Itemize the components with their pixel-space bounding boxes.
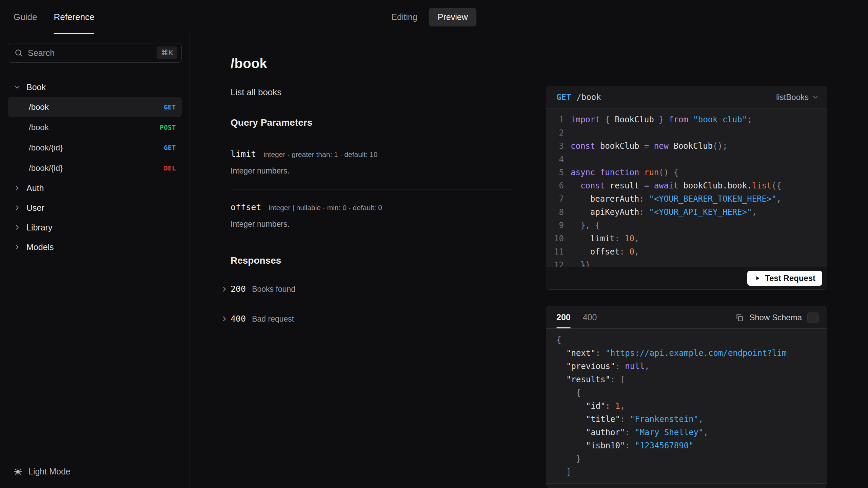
line-number: 1: [546, 113, 564, 126]
code-line: 5async function run() {: [546, 166, 827, 179]
top-header: Guide Reference Editing Preview: [0, 0, 868, 34]
line-number: 7: [546, 192, 564, 206]
code-line: "results": [: [556, 373, 827, 386]
show-schema-toggle[interactable]: [807, 312, 819, 323]
test-request-button[interactable]: Test Request: [747, 271, 822, 286]
sidebar-group-book[interactable]: Book: [8, 77, 182, 97]
response-tabs: 200 400: [556, 306, 597, 328]
main-content: /book List all books Query Parameters li…: [190, 34, 546, 488]
request-method: GET: [556, 93, 571, 102]
chevron-right-icon: [14, 204, 21, 211]
search-icon: [14, 48, 23, 57]
code-line: 8 apiKeyAuth: "<YOUR_API_KEY_HERE>",: [546, 206, 827, 219]
sidebar-group-label: Book: [26, 82, 46, 92]
response-tab-200[interactable]: 200: [556, 306, 571, 328]
code-line: 12 }): [546, 259, 827, 267]
show-schema-label: Show Schema: [749, 313, 802, 322]
code-line: 1import { BookClub } from "book-club";: [546, 113, 827, 126]
code-line: ]: [556, 466, 827, 479]
code-line: 9 }, {: [546, 219, 827, 232]
tab-guide[interactable]: Guide: [14, 0, 37, 34]
line-number: 5: [546, 166, 564, 179]
code-line: 4: [546, 153, 827, 166]
method-badge-post: POST: [160, 124, 176, 131]
sidebar-group-library[interactable]: Library: [8, 218, 182, 237]
code-line: }: [556, 452, 827, 466]
search-input[interactable]: Search ⌘K: [8, 43, 182, 63]
line-number: 3: [546, 140, 564, 153]
sidebar-item-book-id-get[interactable]: /book/{id} GET: [8, 138, 182, 158]
endpoint-path: /book/{id}: [29, 163, 63, 173]
code-line: 6 const result = await bookClub.book.lis…: [546, 179, 827, 192]
code-line: 3const bookClub = new BookClub();: [546, 140, 827, 153]
editing-button[interactable]: Editing: [391, 12, 417, 22]
code-line: {: [556, 333, 827, 347]
response-description: Books found: [252, 285, 295, 294]
endpoint-path: /book: [29, 102, 49, 112]
response-row-400[interactable]: 400 Bad request: [231, 304, 513, 333]
code-line: 2: [546, 126, 827, 140]
sidebar-group-label: Library: [26, 223, 52, 232]
response-tab-400[interactable]: 400: [583, 306, 597, 328]
line-number: 2: [546, 126, 564, 140]
play-icon: [754, 275, 761, 282]
param-description: Integer numbers.: [231, 220, 513, 229]
sidebar-item-book-get[interactable]: /book GET: [8, 97, 182, 117]
copy-icon[interactable]: [735, 313, 744, 322]
chevron-down-icon: [14, 83, 21, 91]
sidebar-group-label: Auth: [26, 183, 44, 193]
header-tabs: Guide Reference: [0, 0, 94, 34]
method-badge-get: GET: [164, 144, 176, 151]
response-card-header: 200 400 Show Schema: [546, 306, 827, 329]
code-line: "next": "https://api.example.com/endpoin…: [556, 347, 827, 360]
method-badge-del: DEL: [164, 164, 176, 172]
line-number: 6: [546, 179, 564, 192]
param-meta: integer · greater than: 1 · default: 10: [263, 150, 377, 159]
query-parameters-heading: Query Parameters: [231, 117, 513, 128]
response-json: { "next": "https://api.example.com/endpo…: [546, 329, 827, 483]
line-number: 12: [546, 259, 564, 267]
code-line: {: [556, 386, 827, 400]
line-number: 8: [546, 206, 564, 219]
sidebar-group-auth[interactable]: Auth: [8, 178, 182, 198]
chevron-right-icon: [220, 285, 229, 293]
code-line: 11 offset: 0,: [546, 245, 827, 259]
sidebar-group-models[interactable]: Models: [8, 237, 182, 257]
chevron-down-icon: [812, 94, 819, 101]
code-line: 7 bearerAuth: "<YOUR_BEARER_TOKEN_HERE>"…: [546, 192, 827, 206]
endpoint-path: /book/{id}: [29, 143, 63, 152]
sidebar-item-book-id-del[interactable]: /book/{id} DEL: [8, 158, 182, 178]
search-shortcut: ⌘K: [157, 46, 177, 59]
param-name: offset: [231, 202, 261, 212]
request-card-footer: Test Request: [546, 267, 827, 289]
operation-select[interactable]: listBooks: [776, 93, 819, 102]
request-code: 1import { BookClub } from "book-club";23…: [546, 108, 827, 267]
tab-guide-label: Guide: [14, 12, 37, 22]
app-root: Guide Reference Editing Preview Search ⌘…: [0, 0, 868, 488]
response-code: 200: [231, 284, 246, 294]
responses-heading: Responses: [231, 255, 513, 266]
code-line: "author": "Mary Shelley",: [556, 426, 827, 439]
line-number: 9: [546, 219, 564, 232]
responses-section: Responses 200 Books found 400 Bad reques…: [231, 255, 513, 333]
line-number: 11: [546, 245, 564, 259]
page-title: /book: [231, 56, 513, 71]
preview-button[interactable]: Preview: [429, 8, 477, 26]
sidebar-group-user[interactable]: User: [8, 198, 182, 218]
response-code: 400: [231, 314, 246, 324]
param-description: Integer numbers.: [231, 166, 513, 176]
test-request-label: Test Request: [765, 273, 815, 283]
param-name: limit: [231, 149, 256, 159]
response-card-footer: [546, 483, 827, 488]
method-badge-get: GET: [164, 103, 176, 111]
operation-label: listBooks: [776, 93, 809, 102]
code-line: "id": 1,: [556, 400, 827, 413]
code-line: "isbn10": "1234567890": [556, 439, 827, 452]
tab-reference[interactable]: Reference: [54, 0, 94, 34]
mode-toggle: Editing Preview: [391, 0, 476, 34]
chevron-right-icon: [14, 184, 21, 192]
sidebar-item-book-post[interactable]: /book POST: [8, 117, 182, 138]
light-mode-toggle[interactable]: Light Mode: [14, 467, 71, 476]
code-line: "previous": null,: [556, 360, 827, 373]
response-row-200[interactable]: 200 Books found: [231, 274, 513, 304]
